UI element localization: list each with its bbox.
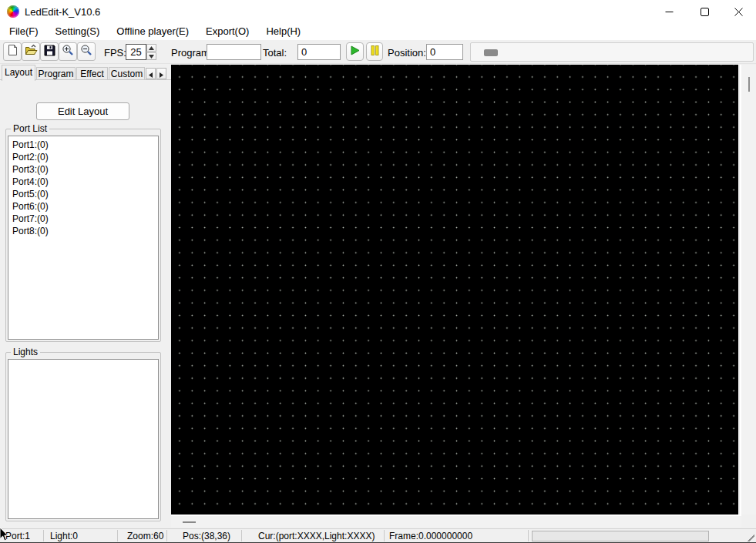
status-separator	[241, 530, 242, 541]
pause-icon	[371, 45, 379, 59]
status-progress-box	[532, 531, 709, 541]
port-list: Port1:(0) Port2:(0) Port3:(0) Port4:(0) …	[8, 136, 159, 340]
vertical-scrollbar-thumb[interactable]	[748, 77, 750, 92]
list-item-port6[interactable]: Port6:(0)	[8, 200, 158, 213]
tab-scroll-right-button[interactable]	[156, 68, 166, 79]
lights-list	[8, 359, 159, 519]
status-frame: Frame:0.000000000	[389, 531, 472, 541]
play-button[interactable]	[346, 42, 364, 61]
mouse-cursor-arrow	[0, 528, 8, 543]
canvas-horizontal-scrollbar[interactable]	[171, 515, 741, 528]
maximize-button[interactable]	[687, 0, 722, 23]
status-separator	[384, 530, 385, 541]
menu-offline-player[interactable]: Offline player(E)	[108, 24, 197, 39]
play-icon	[350, 45, 360, 59]
edit-layout-button[interactable]: Edit Layout	[36, 102, 129, 120]
list-item-port7[interactable]: Port7:(0)	[8, 213, 158, 225]
toolbar: FPS: Program: Total: Position:	[0, 40, 756, 64]
title-bar: LedEdit-K_V10.6	[0, 0, 756, 23]
tab-scroll-right-icon	[160, 67, 163, 81]
status-pos: Pos:(38,36)	[183, 531, 230, 541]
list-item-port4[interactable]: Port4:(0)	[8, 176, 158, 188]
list-item-port8[interactable]: Port8:(0)	[8, 225, 158, 237]
new-file-icon	[6, 44, 18, 59]
lights-groupbox: Lights	[5, 352, 161, 521]
seek-slider-thumb[interactable]	[484, 49, 498, 56]
tab-layout[interactable]: Layout	[2, 65, 35, 81]
menu-setting[interactable]: Setting(S)	[47, 24, 109, 39]
tab-program[interactable]: Program	[36, 67, 76, 80]
zoom-in-icon	[62, 44, 74, 59]
status-bar: Port:1 Light:0 Zoom:60 Pos:(38,36) Cur:(…	[0, 528, 756, 542]
maximize-icon	[701, 8, 709, 16]
resize-grip[interactable]	[748, 535, 754, 541]
program-input[interactable]	[207, 44, 261, 60]
zoom-out-button[interactable]	[77, 42, 96, 61]
close-button[interactable]	[721, 0, 756, 23]
minimize-icon	[665, 8, 674, 16]
status-separator	[528, 530, 529, 541]
menu-export[interactable]: Export(O)	[197, 24, 257, 39]
open-folder-icon	[25, 44, 38, 59]
menu-file[interactable]: File(F)	[1, 24, 47, 39]
spinner-up-icon[interactable]	[146, 44, 156, 52]
save-button[interactable]	[40, 42, 59, 61]
status-zoom: Zoom:60	[127, 531, 163, 541]
zoom-out-icon	[80, 44, 92, 59]
menu-help[interactable]: Help(H)	[257, 24, 309, 39]
tab-custom[interactable]: Custom	[109, 67, 145, 80]
port-list-title: Port List	[11, 123, 49, 134]
status-cur: Cur:(port:XXXX,Light:XXXX)	[258, 531, 375, 541]
status-separator	[166, 530, 167, 541]
canvas-vertical-scrollbar[interactable]	[740, 65, 756, 515]
port-list-groupbox: Port List Port1:(0) Port2:(0) Port3:(0) …	[5, 129, 161, 342]
new-file-button[interactable]	[3, 42, 22, 61]
minimize-button[interactable]	[651, 0, 687, 23]
led-layout-canvas[interactable]	[171, 65, 738, 515]
status-port: Port:1	[5, 531, 30, 541]
save-icon	[44, 45, 55, 59]
fps-label: FPS:	[104, 47, 126, 59]
side-tabstrip: Layout Program Effect Custom	[0, 65, 171, 80]
list-item-port1[interactable]: Port1:(0)	[8, 139, 158, 151]
app-icon	[7, 5, 19, 18]
position-input[interactable]	[426, 44, 463, 60]
lights-title: Lights	[11, 347, 40, 357]
status-separator	[117, 530, 118, 541]
menu-bar: File(F) Setting(S) Offline player(E) Exp…	[0, 23, 756, 40]
tab-scroll-left-icon	[149, 67, 153, 81]
total-input[interactable]	[297, 44, 341, 60]
open-file-button[interactable]	[22, 42, 40, 61]
spinner-down-icon[interactable]	[146, 52, 156, 60]
close-icon	[734, 8, 743, 16]
tab-effect[interactable]: Effect	[76, 67, 108, 80]
horizontal-scrollbar-thumb[interactable]	[183, 521, 196, 523]
fps-input[interactable]	[126, 44, 146, 60]
list-item-port5[interactable]: Port5:(0)	[8, 188, 158, 200]
fps-stepper	[146, 44, 156, 60]
pause-button[interactable]	[366, 42, 383, 61]
zoom-in-button[interactable]	[59, 42, 77, 61]
tab-scroll-left-button[interactable]	[146, 68, 156, 79]
status-light: Light:0	[50, 531, 78, 541]
window-title: LedEdit-K_V10.6	[25, 6, 100, 18]
list-item-port2[interactable]: Port2:(0)	[8, 151, 158, 163]
position-label: Position:	[388, 47, 426, 59]
seek-slider[interactable]	[470, 42, 754, 62]
total-label: Total:	[263, 47, 287, 59]
status-separator	[43, 530, 44, 541]
list-item-port3[interactable]: Port3:(0)	[8, 163, 158, 176]
